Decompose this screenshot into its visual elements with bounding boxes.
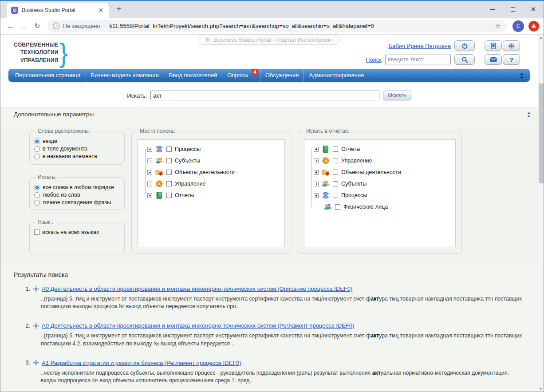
- user-name-link[interactable]: Бабич Ирина Петровна: [388, 43, 451, 49]
- tree-label[interactable]: Объекты деятельности: [341, 169, 401, 175]
- tree-label[interactable]: Управление: [175, 181, 206, 187]
- radio-in-body[interactable]: [34, 146, 40, 152]
- scroll-down-icon[interactable]: ▼: [538, 386, 544, 392]
- tree-checkbox[interactable]: [166, 181, 172, 186]
- tree-item-management: Управление: [309, 157, 453, 165]
- radio-option[interactable]: везде: [34, 138, 120, 144]
- expand-icon[interactable]: [147, 182, 152, 186]
- results-title: Результаты поиска: [14, 271, 524, 278]
- profile-avatar[interactable]: E: [512, 20, 524, 32]
- search-reports-tree: Отчеты Управление Объекты деят: [304, 139, 456, 247]
- tree-label[interactable]: Отчеты: [341, 146, 360, 152]
- result-link[interactable]: А1 Разработка стратегии и развитие бизне…: [42, 360, 241, 366]
- search-place-legend: Место поиска:: [138, 128, 177, 134]
- tree-label[interactable]: Объекты деятельности: [175, 169, 235, 175]
- tree-label[interactable]: Субъекты: [175, 158, 200, 164]
- radio-any-word[interactable]: [34, 192, 40, 198]
- expand-icon[interactable]: [147, 147, 152, 152]
- all-languages-checkbox[interactable]: [34, 230, 39, 235]
- tree-checkbox[interactable]: [333, 158, 338, 163]
- expand-icon[interactable]: [147, 158, 152, 163]
- new-tab-button[interactable]: +: [113, 3, 125, 15]
- expand-icon[interactable]: [314, 158, 319, 163]
- result-link[interactable]: А0 Деятельность в области проектирования…: [42, 322, 354, 329]
- header-row-search: Поиск ?: [366, 54, 520, 65]
- nav-item-discussions[interactable]: Обсуждения: [260, 69, 304, 82]
- messages-button[interactable]: [485, 54, 502, 65]
- address-bar[interactable]: i Не защищено k11:5558/Portal_InTekhProy…: [47, 20, 506, 32]
- tree-checkbox[interactable]: [166, 170, 172, 175]
- tree-checkbox[interactable]: [166, 147, 172, 152]
- radio-all-words[interactable]: [34, 185, 40, 190]
- forward-icon[interactable]: →: [18, 20, 30, 32]
- tree-label[interactable]: Физические лица: [343, 204, 388, 210]
- logout-button[interactable]: [454, 40, 475, 51]
- radio-everywhere[interactable]: [34, 139, 40, 144]
- page-info-icon[interactable]: i: [53, 23, 59, 29]
- tree-label[interactable]: Управление: [341, 158, 372, 164]
- bookmark-star-icon[interactable]: ☆: [495, 22, 501, 30]
- tree-label[interactable]: Процессы: [175, 146, 201, 152]
- nav-item-indicators[interactable]: Ввод показателей: [164, 69, 223, 82]
- result-link[interactable]: А0 Деятельность в области проектирования…: [42, 285, 352, 292]
- minimize-button[interactable]: [482, 1, 503, 18]
- expand-icon[interactable]: [147, 193, 152, 198]
- tab-close-icon[interactable]: ✕: [96, 7, 105, 14]
- radio-exact-phrase[interactable]: [34, 200, 40, 206]
- expand-icon[interactable]: [147, 170, 152, 175]
- radio-in-name[interactable]: [34, 154, 40, 159]
- site-header: СОВРЕМЕННЫЕ ТЕХНОЛОГИИ УПРАВЛЕНИЯ } Баби…: [0, 35, 538, 69]
- subjects-icon: [322, 180, 330, 188]
- nav-item-personal-page[interactable]: Персональная страница: [8, 69, 86, 82]
- checkbox-option[interactable]: искать на всех языках: [34, 229, 120, 235]
- expand-icon[interactable]: [314, 182, 319, 186]
- tree-checkbox[interactable]: [333, 147, 338, 152]
- search-icon: [461, 56, 468, 63]
- tree-checkbox[interactable]: [333, 193, 338, 198]
- tree-label[interactable]: Субъекты: [341, 181, 367, 187]
- quick-search-link[interactable]: Поиск: [366, 56, 382, 63]
- mobile-version-button[interactable]: [485, 40, 502, 51]
- expand-icon[interactable]: [314, 193, 319, 198]
- tree-checkbox[interactable]: [333, 170, 338, 175]
- radio-option[interactable]: точное совпадение фразы: [34, 199, 120, 206]
- scrollbar-thumb[interactable]: [539, 83, 544, 183]
- tree-checkbox[interactable]: [166, 158, 172, 163]
- search-reports-group: Искать в отчетах: Отчеты: [298, 128, 462, 254]
- extension-icon[interactable]: [528, 21, 539, 32]
- expand-icon[interactable]: [314, 170, 319, 175]
- maximize-button[interactable]: [503, 1, 523, 18]
- params-section-header[interactable]: Дополнительные параметры: [0, 107, 538, 121]
- search-submit-button[interactable]: Искать: [383, 91, 411, 100]
- management-icon: [322, 157, 330, 165]
- scroll-up-icon[interactable]: ▲: [538, 35, 544, 40]
- browser-tab[interactable]: ⚙ Business Studio Portal ✕: [7, 3, 109, 18]
- quick-search-input[interactable]: [385, 55, 451, 64]
- tree-label[interactable]: Отчеты: [175, 192, 194, 198]
- nav-item-administration[interactable]: Администрирование: [304, 69, 369, 82]
- nav-item-business-model[interactable]: Бизнес-модель компании: [86, 69, 164, 82]
- page-scrollbar[interactable]: ▲ ▼: [538, 35, 544, 392]
- quick-search-button[interactable]: [454, 54, 475, 65]
- result-snippet: ..{граница} 5. тмц и инструмент от поста…: [41, 332, 525, 347]
- radio-option[interactable]: в названии элемента: [34, 153, 120, 159]
- expand-icon[interactable]: [314, 147, 319, 152]
- search-input[interactable]: [150, 91, 379, 100]
- back-icon[interactable]: ←: [5, 20, 16, 32]
- tree-checkbox[interactable]: [335, 204, 340, 210]
- tree-label[interactable]: Процессы: [341, 192, 367, 198]
- radio-option[interactable]: любое из слов: [34, 192, 120, 198]
- radio-option[interactable]: все слова в любом порядке: [34, 184, 120, 190]
- reload-icon[interactable]: ↻: [32, 20, 43, 32]
- params-collapse-button[interactable]: [527, 112, 531, 117]
- tree-checkbox[interactable]: [166, 193, 172, 198]
- nav-item-surveys[interactable]: Опросы 4: [222, 69, 260, 82]
- tree-checkbox[interactable]: [333, 181, 338, 186]
- close-button[interactable]: ✕: [523, 1, 544, 18]
- radio-option[interactable]: в теле документа: [34, 146, 120, 152]
- result-number: 2.: [24, 323, 30, 329]
- language-button[interactable]: [503, 40, 520, 51]
- url-text[interactable]: k11:5558/Portal_InTekhProyekt/search.php…: [110, 23, 492, 29]
- help-button[interactable]: ?: [503, 54, 520, 65]
- menu-collapse-button[interactable]: [514, 69, 530, 82]
